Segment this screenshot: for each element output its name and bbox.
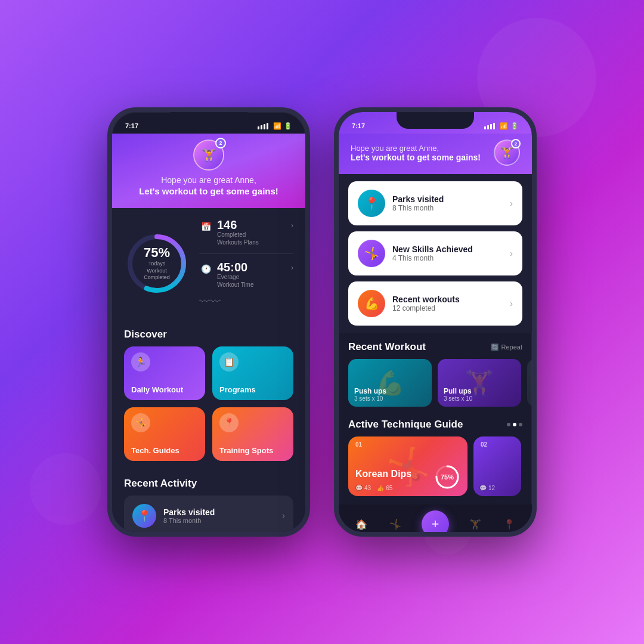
activity-icon-parks: 📍 bbox=[132, 504, 156, 528]
rw-title: Recent Workout bbox=[348, 341, 426, 353]
at-dot-2 bbox=[513, 423, 516, 426]
korean-dips-stats: 💬 43 👍 65 bbox=[355, 485, 392, 491]
at-dot-1 bbox=[507, 423, 510, 426]
discover-card-tech-guides[interactable]: 🤸 Tech. Guides bbox=[124, 407, 205, 461]
phone-2: 7:17 📶 🔋 Hope you are great Anne, Let's … bbox=[334, 107, 537, 537]
workouts-card-arrow: › bbox=[510, 299, 513, 308]
skills-card-title: New Skills Achieved bbox=[392, 244, 503, 254]
discover-card-training-spots[interactable]: 📍 Training Spots bbox=[212, 407, 293, 461]
comment-icon: 💬 bbox=[355, 485, 363, 491]
skills-card-sub: 4 This month bbox=[392, 254, 503, 262]
pull-ups-card[interactable]: 🏋️ Pull ups 3 sets x 10 bbox=[438, 359, 521, 407]
signal-p2-4 bbox=[493, 123, 495, 129]
workouts-card-sub: 12 completed bbox=[392, 304, 503, 312]
discover-card-programs[interactable]: 📋 Programs bbox=[212, 346, 293, 400]
status-icons-1: 📶 🔋 bbox=[258, 122, 292, 130]
comment-icon-2: 💬 bbox=[479, 485, 487, 491]
stats-column: 📅 146 CompletedWorkouts Plans › 🕐 45:00 … bbox=[199, 219, 293, 308]
activity-info: Parks visited 8 This month bbox=[163, 507, 275, 524]
tech-guides-label: Tech. Guides bbox=[131, 446, 198, 455]
activity-card[interactable]: 📍 Parks visited 8 This month › bbox=[124, 496, 293, 532]
training-spots-icon: 📍 bbox=[219, 413, 239, 432]
circle-label: Todays WorkoutCompleted bbox=[141, 261, 174, 281]
workout-nav-icon: 🏋️ bbox=[468, 517, 482, 531]
time-1: 7:17 bbox=[125, 122, 138, 129]
rw-header: Recent Workout 🔄 Repeat bbox=[339, 333, 532, 359]
parks-card-content: Parks visited 8 This month bbox=[392, 194, 503, 212]
push-ups-name: Push ups bbox=[354, 387, 426, 395]
extra-bg: 🤸 bbox=[527, 359, 532, 407]
circle-text: 75% Todays WorkoutCompleted bbox=[141, 245, 174, 281]
p2-avatar: 🏋️ 2 bbox=[494, 140, 520, 166]
discover-card-daily-workout[interactable]: 🏃 Daily Workout bbox=[124, 346, 205, 400]
parks-icon: 📍 bbox=[358, 190, 385, 217]
info-cards-section: 📍 Parks visited 8 This month › 🤸 New Ski… bbox=[339, 174, 532, 333]
phone2-screen: Hope you are great Anne, Let's workout t… bbox=[339, 134, 532, 532]
parks-card-sub: 8 This month bbox=[392, 204, 503, 212]
pull-ups-content: Pull ups 3 sets x 10 bbox=[438, 382, 521, 407]
korean-dips-comments: 💬 43 bbox=[355, 485, 371, 491]
front-lever-num: 02 bbox=[481, 441, 487, 448]
signal-p2-3 bbox=[490, 124, 492, 129]
signal-p2-2 bbox=[487, 125, 489, 129]
notification-badge-1: 2 bbox=[215, 138, 226, 148]
p2-greeting: Hope you are great Anne, Let's workout t… bbox=[351, 144, 494, 162]
clock-icon: 🕐 bbox=[199, 262, 212, 275]
circle-progress: 75% Todays WorkoutCompleted bbox=[124, 231, 190, 296]
status-icons-2: 📶 🔋 bbox=[484, 122, 519, 130]
p2-header: Hope you are great Anne, Let's workout t… bbox=[339, 134, 532, 174]
activity-arrow: › bbox=[282, 510, 285, 521]
recent-activity-title: Recent Activity bbox=[124, 470, 293, 496]
rw-repeat[interactable]: 🔄 Repeat bbox=[491, 343, 522, 351]
avatar-wrap-1: 🏋️ 2 bbox=[193, 140, 224, 171]
notch-2 bbox=[397, 112, 474, 129]
technique-cards-row: 01 🤸 Korean Dips 75% bbox=[339, 436, 532, 504]
signal-3 bbox=[264, 124, 265, 129]
workouts-icon: 💪 bbox=[358, 290, 385, 317]
front-lever-comments: 💬 12 bbox=[479, 485, 495, 491]
activity-sub: 8 This month bbox=[163, 517, 275, 524]
signal-4 bbox=[267, 123, 268, 129]
nav-home[interactable]: 🏠 bbox=[354, 517, 369, 531]
skills-icon: 🤸 bbox=[358, 240, 385, 267]
wifi-icon-2: 📶 bbox=[500, 122, 508, 130]
workouts-card-title: Recent workouts bbox=[392, 295, 503, 304]
nav-workout[interactable]: 🏋️ bbox=[468, 517, 482, 531]
at-header: Active Technique Guide bbox=[339, 415, 532, 436]
stat-content-1: 146 CompletedWorkouts Plans bbox=[217, 219, 286, 246]
pull-ups-name: Pull ups bbox=[444, 387, 515, 395]
skills-info-card[interactable]: 🤸 New Skills Achieved 4 This month › bbox=[348, 231, 522, 275]
nav-skills[interactable]: 🤸 bbox=[388, 517, 402, 531]
repeat-icon: 🔄 bbox=[491, 343, 499, 351]
recent-activity-section: Recent Activity 📍 Parks visited 8 This m… bbox=[112, 470, 305, 532]
front-lever-card[interactable]: 02 💬 12 bbox=[473, 436, 521, 496]
push-ups-card[interactable]: 💪 Push ups 3 sets x 10 bbox=[348, 359, 432, 407]
progress-section: 75% Todays WorkoutCompleted 📅 146 Comple… bbox=[112, 208, 305, 319]
nav-add-button[interactable]: + bbox=[422, 510, 449, 532]
stat-arrow-1: › bbox=[291, 221, 293, 230]
workouts-info-card[interactable]: 💪 Recent workouts 12 completed › bbox=[348, 281, 522, 326]
workout-cards-row: 💪 Push ups 3 sets x 10 🏋️ bbox=[339, 359, 532, 415]
nav-location[interactable]: 📍 bbox=[502, 517, 516, 531]
korean-dips-percent: 75% bbox=[434, 464, 460, 490]
signal-2 bbox=[261, 125, 262, 129]
stat-content-2: 45:00 EverageWorkout Time bbox=[217, 261, 286, 289]
activity-name: Parks visited bbox=[163, 507, 275, 517]
programs-icon: 📋 bbox=[219, 352, 239, 371]
skills-card-content: New Skills Achieved 4 This month bbox=[392, 244, 503, 262]
korean-dips-likes: 👍 65 bbox=[377, 485, 392, 491]
p2-greeting-text: Hope you are great Anne, bbox=[351, 144, 494, 153]
stat-label-2: EverageWorkout Time bbox=[217, 273, 286, 289]
korean-dips-card[interactable]: 01 🤸 Korean Dips 75% bbox=[348, 436, 467, 496]
tech-guides-icon: 🤸 bbox=[131, 413, 150, 432]
skills-nav-icon: 🤸 bbox=[388, 517, 402, 531]
phone-1: 7:17 📶 🔋 🏋️ 2 bbox=[107, 107, 310, 537]
extra-card[interactable]: 🤸 bbox=[527, 359, 532, 407]
pull-ups-sets: 3 sets x 10 bbox=[444, 395, 515, 402]
discover-grid: 🏃 Daily Workout 📋 Programs 🤸 Tech. Guide… bbox=[112, 346, 305, 470]
location-nav-icon: 📍 bbox=[502, 517, 516, 531]
parks-card-arrow: › bbox=[510, 199, 513, 208]
push-ups-content: Push ups 3 sets x 10 bbox=[348, 382, 432, 407]
parks-info-card[interactable]: 📍 Parks visited 8 This month › bbox=[348, 181, 522, 225]
wifi-icon-1: 📶 bbox=[273, 122, 281, 130]
